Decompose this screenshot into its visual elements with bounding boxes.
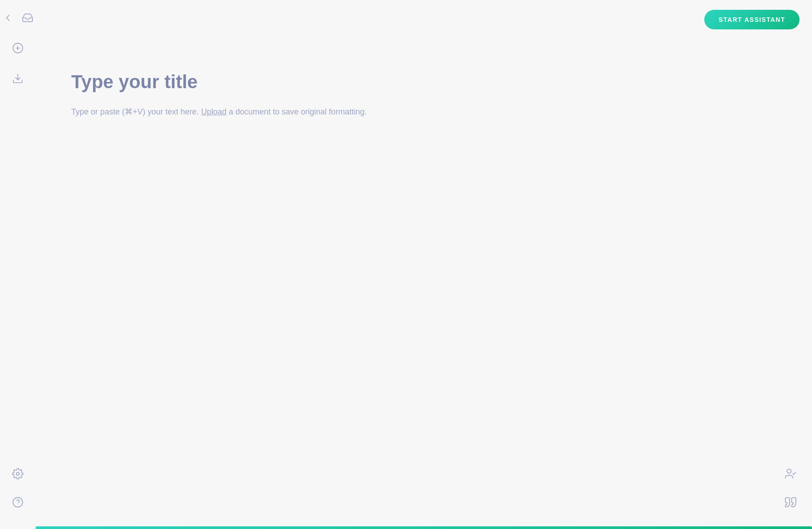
svg-point-7 xyxy=(787,469,791,473)
sidebar xyxy=(0,0,36,529)
sidebar-top xyxy=(0,9,37,87)
body-text-prefix: Type or paste (⌘+V) your text here. xyxy=(71,107,201,116)
sidebar-bottom xyxy=(9,465,27,511)
bottom-accent-bar xyxy=(36,526,812,529)
help-button[interactable] xyxy=(9,493,27,511)
svg-point-4 xyxy=(16,472,20,476)
download-button[interactable] xyxy=(9,69,27,87)
quote-button[interactable] xyxy=(782,493,800,511)
top-right-area: START ASSISTANT xyxy=(704,10,800,29)
inbox-button[interactable] xyxy=(19,9,37,27)
add-button[interactable] xyxy=(9,39,27,57)
document-body[interactable]: Type or paste (⌘+V) your text here. Uplo… xyxy=(71,105,367,119)
user-assign-button[interactable] xyxy=(782,465,800,483)
start-assistant-button[interactable]: START ASSISTANT xyxy=(704,10,800,29)
body-text-suffix: a document to save original formatting. xyxy=(227,107,367,116)
svg-point-5 xyxy=(13,497,23,507)
bottom-right-area xyxy=(782,465,800,511)
settings-button[interactable] xyxy=(9,465,27,483)
document-title[interactable]: Type your title xyxy=(71,71,198,93)
back-button[interactable] xyxy=(0,9,17,27)
upload-link[interactable]: Upload xyxy=(201,107,227,116)
main-content: Type your title Type or paste (⌘+V) your… xyxy=(36,0,812,146)
